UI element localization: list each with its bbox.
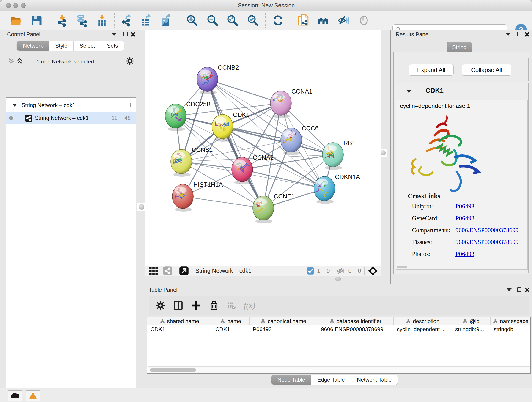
- vertical-divider: [389, 30, 389, 284]
- table-settings-gear-icon[interactable]: [155, 300, 165, 311]
- apply-layout-button[interactable]: [271, 14, 285, 27]
- tree-collapse-icon[interactable]: [12, 104, 17, 107]
- column-header-namespace[interactable]: namespace: [491, 317, 531, 325]
- column-header-shared-name[interactable]: shared name: [147, 317, 212, 325]
- delete-trash-icon[interactable]: [209, 300, 219, 311]
- tab-edge-table[interactable]: Edge Table: [311, 375, 351, 385]
- column-header-database-identifier[interactable]: database identifier: [318, 317, 394, 325]
- panel-menu-icon[interactable]: [112, 33, 117, 36]
- network-node-CCNE1[interactable]: CCNE1: [252, 193, 295, 223]
- collection-label: String Network – cdk1: [22, 102, 75, 108]
- hide-selected-button[interactable]: [337, 14, 350, 27]
- export-table-button[interactable]: [139, 14, 153, 27]
- new-network-from-selection-button[interactable]: [297, 14, 310, 27]
- crosslink-link[interactable]: 9606.ENSP00000378699: [456, 239, 519, 246]
- show-all-button[interactable]: [357, 14, 370, 27]
- grid-view-icon[interactable]: [149, 266, 158, 276]
- network-options-gear-icon[interactable]: [126, 57, 134, 65]
- column-header-id[interactable]: @id: [452, 317, 491, 325]
- zoom-fit-button[interactable]: [226, 14, 239, 27]
- crosslink-link[interactable]: P06493: [456, 215, 475, 222]
- node-label-CDK1: CDK1: [233, 111, 249, 118]
- table-cell[interactable]: cyclin–dependent ...: [394, 325, 452, 333]
- float-panel-button[interactable]: [517, 32, 521, 36]
- column-label: shared name: [167, 318, 199, 325]
- results-scrollbar-thumb[interactable]: [397, 266, 407, 268]
- tab-node-table[interactable]: Node Table: [272, 375, 311, 385]
- network-label: String Network – cdk1: [35, 115, 89, 121]
- float-panel-button[interactable]: [123, 32, 128, 36]
- vertical-divider: [390, 30, 391, 284]
- network-node-CDC25B[interactable]: CDC25B: [165, 101, 211, 131]
- zoom-in-button[interactable]: [185, 14, 199, 27]
- table-cell[interactable]: stringdb:9...: [452, 325, 491, 333]
- tab-style[interactable]: Style: [49, 41, 74, 51]
- import-network-from-database-button[interactable]: [75, 14, 89, 27]
- save-session-button[interactable]: [30, 14, 43, 27]
- expand-all-button[interactable]: Expand All: [409, 64, 454, 76]
- table-cell[interactable]: stringdb: [491, 325, 531, 333]
- tab-network[interactable]: Network: [17, 41, 49, 51]
- tab-select[interactable]: Select: [74, 41, 101, 51]
- network-view-toolbar: String Network – cdk1 1 – 0 0 – 0: [145, 266, 381, 276]
- network-node-RB1[interactable]: RB1: [322, 140, 355, 170]
- network-node-HIST1H1A[interactable]: HIST1H1A: [172, 181, 223, 211]
- crosslink-label: GeneCard:: [412, 215, 456, 222]
- crosslink-link[interactable]: P06493: [456, 250, 475, 258]
- table-cell[interactable]: CDK1: [212, 325, 249, 333]
- collapse-all-button[interactable]: Collapse All: [462, 64, 511, 76]
- tab-sets[interactable]: Sets: [101, 41, 124, 51]
- collapse-protein-icon[interactable]: [406, 90, 411, 93]
- network-node-CDKN1A[interactable]: CDKN1A: [307, 173, 360, 204]
- table-horizontal-scrollbar[interactable]: [148, 366, 530, 373]
- table-row[interactable]: CDK1CDK1P064939606.ENSP00000378699cyclin…: [147, 325, 530, 333]
- network-node-CCNA2[interactable]: CCNA2: [232, 154, 274, 185]
- birdseye-view-icon[interactable]: [179, 266, 189, 276]
- crosslink-label: Pharos:: [412, 250, 456, 258]
- network-edge-CCNB2-CCNA1[interactable]: [207, 79, 281, 103]
- network-collection-row[interactable]: String Network – cdk1 1: [6, 99, 136, 112]
- crosslink-link[interactable]: 9606.ENSP00000378699: [456, 227, 519, 234]
- export-network-button[interactable]: [120, 14, 133, 27]
- network-edge-HIST1H1A-CCNE1[interactable]: [183, 196, 263, 208]
- first-neighbors-button[interactable]: [317, 14, 330, 27]
- import-table-from-file-button[interactable]: [95, 14, 109, 27]
- network-node-CDC6[interactable]: CDC6: [281, 125, 319, 155]
- table-cell[interactable]: 9606.ENSP00000378699: [318, 325, 394, 333]
- column-type-icon: [330, 319, 334, 323]
- network-node-CCNB2[interactable]: CCNB2: [197, 64, 239, 95]
- results-splitter-handle[interactable]: [379, 148, 387, 157]
- show-columns-icon[interactable]: [173, 300, 183, 311]
- column-header-description[interactable]: description: [394, 317, 452, 325]
- warnings-button[interactable]: [26, 390, 40, 401]
- zoom-out-button[interactable]: [206, 14, 219, 27]
- delete-table-icon-disabled: [227, 301, 236, 310]
- export-image-button[interactable]: [159, 14, 172, 27]
- network-graph[interactable]: CCNB2CCNA1CDC25BCDK1CDC6RB1CCNB1CCNA2CDK…: [145, 30, 381, 266]
- collection-count: 1: [129, 102, 132, 108]
- float-panel-button[interactable]: [517, 287, 521, 292]
- crosslink-link[interactable]: P06493: [456, 203, 475, 210]
- network-edge-CCNB2-CCNE1[interactable]: [207, 79, 263, 208]
- open-session-button[interactable]: [9, 14, 22, 27]
- panel-menu-icon[interactable]: [506, 33, 511, 36]
- network-share-gray-icon[interactable]: [163, 266, 172, 276]
- zoom-selected-button[interactable]: [246, 14, 259, 27]
- panel-menu-icon[interactable]: [507, 288, 512, 291]
- import-network-from-file-button[interactable]: [56, 14, 69, 27]
- tab-network-table[interactable]: Network Table: [351, 375, 398, 385]
- table-cell[interactable]: CDK1: [147, 325, 212, 333]
- column-header-canonical-name[interactable]: canonical name: [249, 317, 318, 325]
- column-header-name[interactable]: name: [212, 317, 249, 325]
- network-row-selected[interactable]: String Network – cdk1 11 48: [6, 112, 136, 124]
- selected-checkbox-icon[interactable]: [307, 267, 314, 275]
- fit-center-crosshair-icon[interactable]: [368, 266, 378, 276]
- tab-string[interactable]: String: [447, 42, 472, 52]
- add-column-plus-icon[interactable]: [191, 300, 201, 311]
- scrollbar-thumb[interactable]: [150, 368, 196, 372]
- network-edge-CCNA2-CDKN1A[interactable]: [242, 169, 324, 189]
- splitter-handle[interactable]: [335, 277, 341, 281]
- network-node-CCNB1[interactable]: CCNB1: [171, 147, 213, 177]
- table-cell[interactable]: P06493: [249, 325, 318, 333]
- cloud-status-button[interactable]: [8, 390, 22, 401]
